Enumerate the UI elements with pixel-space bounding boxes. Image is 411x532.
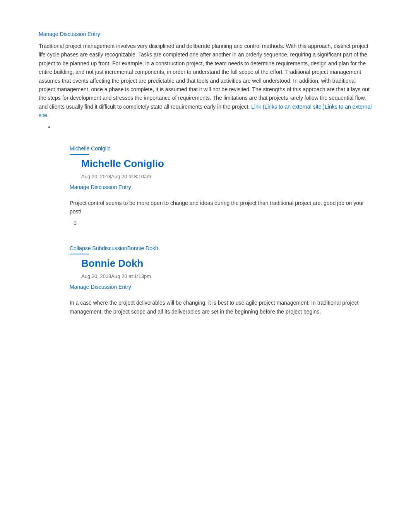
reply-michelle: Michelle Coniglio Michelle Coniglio Aug … <box>70 145 372 226</box>
manage-discussion-entry-link-top[interactable]: Manage Discussion Entry <box>39 31 100 37</box>
bullet-item-1 <box>54 124 372 130</box>
divider-bonnie <box>70 254 89 254</box>
collapse-subdiscussion-link[interactable]: Collapse SubdiscussionBonnie Dokh <box>70 245 372 251</box>
manage-discussion-entry-link-bonnie[interactable]: Manage Discussion Entry <box>70 284 131 290</box>
reply-author-link-michelle[interactable]: Michelle Coniglio <box>70 145 372 152</box>
reply-bonnie: Collapse SubdiscussionBonnie Dokh Bonnie… <box>70 245 372 316</box>
list-marker-o: o <box>74 220 372 226</box>
top-entry: Manage Discussion Entry Traditional proj… <box>39 31 372 130</box>
page-container: Manage Discussion Entry Traditional proj… <box>0 0 411 347</box>
reply-timestamp-michelle: Aug 20, 2018Aug 20 at 8:10am <box>81 174 372 179</box>
manage-discussion-entry-link-michelle[interactable]: Manage Discussion Entry <box>70 184 131 190</box>
top-entry-bullet-list <box>46 124 372 130</box>
reply-body-michelle: Project control seems to be more open to… <box>70 199 372 216</box>
top-entry-body: Traditional project management involves … <box>39 42 372 120</box>
reply-author-heading-michelle: Michelle Coniglio <box>81 158 372 170</box>
divider-michelle <box>70 154 89 155</box>
reply-timestamp-bonnie: Aug 20, 2018Aug 20 at 1:13pm <box>81 273 372 279</box>
top-entry-text: Traditional project management involves … <box>39 43 370 110</box>
reply-body-bonnie: In a case where the project deliverables… <box>70 298 372 316</box>
reply-author-heading-bonnie: Bonnie Dokh <box>81 257 372 269</box>
